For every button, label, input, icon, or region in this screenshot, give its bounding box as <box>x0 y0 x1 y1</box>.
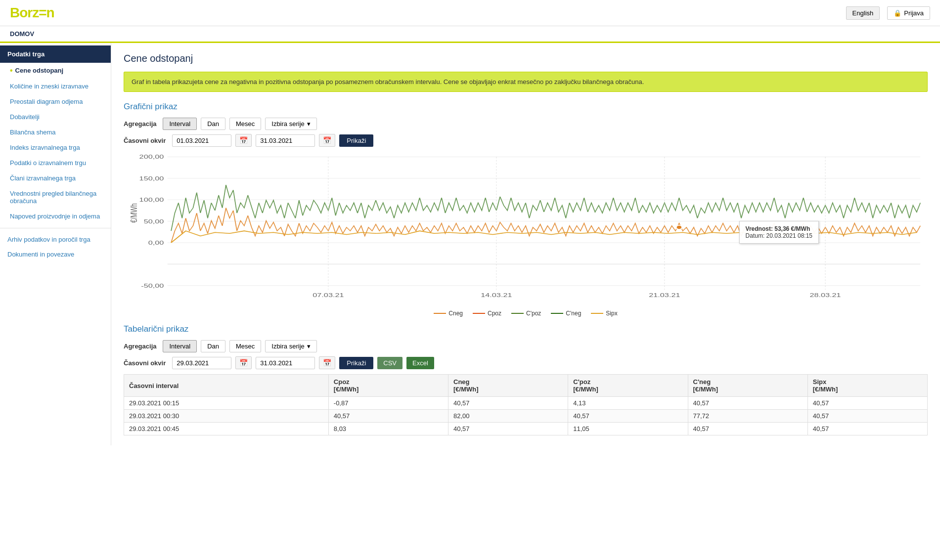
sidebar-item-cene-odstopanj[interactable]: • Cene odstopanj <box>0 63 111 79</box>
page-title: Cene odstopanj <box>124 53 928 64</box>
svg-text:21.03.21: 21.03.21 <box>649 292 680 299</box>
chart-calendar-to[interactable]: 📅 <box>319 134 335 147</box>
chart-date-from[interactable] <box>172 134 231 147</box>
legend-cpoz2: C'poz <box>511 310 541 317</box>
legend-cneg-label: Cneg <box>448 310 463 317</box>
login-button[interactable]: 🔒 Prijava <box>887 6 930 20</box>
logo-text: Borz <box>10 5 39 20</box>
col-sipx: Sipx[€/MWh] <box>807 375 927 397</box>
table-calendar-to[interactable]: 📅 <box>319 356 335 369</box>
cell-sipx: 40,57 <box>807 410 927 423</box>
info-box: Graf in tabela prikazujeta cene za negat… <box>124 72 928 92</box>
table-tab-dan[interactable]: Dan <box>201 340 225 352</box>
sidebar-item-label: Vrednostni pregled bilančnega obračuna <box>10 190 103 205</box>
sidebar-section-label: Arhiv podatkov in poročil trga <box>7 236 90 243</box>
svg-point-22 <box>676 225 682 229</box>
table-prikazibtn[interactable]: Prikaži <box>339 357 373 369</box>
col-cpoz2: C'poz[€/MWh] <box>568 375 688 397</box>
aggregation-label: Agregacija <box>124 120 156 128</box>
svg-text:-50,00: -50,00 <box>141 282 164 289</box>
legend-sipx-line <box>591 313 603 314</box>
legend-cneg2: C'neg <box>551 310 581 317</box>
legend-sipx: Sipx <box>591 310 617 317</box>
legend-cpoz-label: Cpoz <box>488 310 501 317</box>
table-csv-btn[interactable]: CSV <box>377 357 403 369</box>
col-cneg: Cneg[€/MWh] <box>448 375 568 397</box>
cell-interval: 29.03.2021 00:45 <box>124 423 329 435</box>
sidebar-section-dokumenti[interactable]: Dokumenti in povezave <box>0 246 111 260</box>
svg-text:28.03.21: 28.03.21 <box>809 292 841 299</box>
chart-prikazibtn[interactable]: Prikaži <box>339 134 373 147</box>
chart-controls: Agregacija Interval Dan Mesec Izbira ser… <box>124 118 928 130</box>
cell-cpoz: 40,57 <box>328 410 448 423</box>
legend-cpoz: Cpoz <box>473 310 501 317</box>
nav-home[interactable]: DOMOV <box>10 30 34 38</box>
table-header-row: Časovni interval Cpoz[€/MWh] Cneg[€/MWh]… <box>124 375 928 397</box>
sidebar-item-label: Člani izravnalnega trga <box>10 174 76 182</box>
sidebar-item-napoved[interactable]: Napoved proizvodnje in odjema <box>0 209 111 224</box>
chart-tab-interval[interactable]: Interval <box>163 118 197 130</box>
cell-cpoz: 8,03 <box>328 423 448 435</box>
table-row: 29.03.2021 00:45 8,03 40,57 11,05 40,57 … <box>124 423 928 435</box>
col-cpoz: Cpoz[€/MWh] <box>328 375 448 397</box>
sidebar-item-clani[interactable]: Člani izravnalnega trga <box>0 171 111 186</box>
sidebar-item-vrednostni[interactable]: Vrednostni pregled bilančnega obračuna <box>0 186 111 209</box>
legend-cneg2-line <box>551 313 563 314</box>
table-excel-btn[interactable]: Excel <box>406 357 434 369</box>
legend-cpoz2-line <box>511 313 524 314</box>
dropdown-label: Izbira serije <box>271 120 304 128</box>
table-row: 29.03.2021 00:30 40,57 82,00 40,57 77,72… <box>124 410 928 423</box>
sidebar-item-label: Podatki o izravnalnem trgu <box>10 159 86 167</box>
table-date-row: Časovni okvir 📅 📅 Prikaži CSV Excel <box>124 356 928 369</box>
sidebar-item-podatki[interactable]: Podatki o izravnalnem trgu <box>0 155 111 171</box>
sidebar-item-label: Bilančna shema <box>10 129 56 136</box>
cell-sipx: 40,57 <box>807 423 927 435</box>
cell-sipx: 40,57 <box>807 397 927 410</box>
data-table: Časovni interval Cpoz[€/MWh] Cneg[€/MWh]… <box>124 374 928 435</box>
sidebar-item-kolicine[interactable]: Količine in zneski izravnave <box>0 79 111 94</box>
table-calendar-from[interactable]: 📅 <box>235 356 252 369</box>
legend-cpoz2-label: C'poz <box>526 310 541 317</box>
sidebar-item-indeks[interactable]: Indeks izravnalnega trga <box>0 140 111 155</box>
cell-cpoz: -0,87 <box>328 397 448 410</box>
table-tab-interval[interactable]: Interval <box>163 340 197 352</box>
header: Borz=n English 🔒 Prijava <box>0 0 940 26</box>
chart-date-to[interactable] <box>256 134 315 147</box>
chart-tab-dan[interactable]: Dan <box>201 118 225 130</box>
svg-text:150,00: 150,00 <box>139 175 164 181</box>
logo-suffix: n <box>46 5 54 20</box>
chevron-down-icon: ▾ <box>307 120 311 128</box>
table-date-from[interactable] <box>172 357 231 369</box>
chart-container: 200,00 150,00 100,00 50,00 0,00 -50,00 €… <box>124 152 928 305</box>
table-row: 29.03.2021 00:15 -0,87 40,57 4,13 40,57 … <box>124 397 928 410</box>
table-tab-mesec[interactable]: Mesec <box>229 340 261 352</box>
sidebar-item-dobavitelji[interactable]: Dobavitelji <box>0 109 111 125</box>
legend-cneg2-label: C'neg <box>566 310 581 317</box>
main-content: Cene odstopanj Graf in tabela prikazujet… <box>111 43 940 445</box>
sidebar-item-bilancna[interactable]: Bilančna shema <box>0 125 111 140</box>
table-series-dropdown[interactable]: Izbira serije ▾ <box>265 340 316 352</box>
sidebar-item-preostali[interactable]: Preostali diagram odjema <box>0 94 111 109</box>
sidebar-section-arhiv[interactable]: Arhiv podatkov in poročil trga <box>0 231 111 246</box>
cell-cneg: 82,00 <box>448 410 568 423</box>
chart-series-dropdown[interactable]: Izbira serije ▾ <box>265 118 316 130</box>
sidebar: Podatki trga • Cene odstopanj Količine i… <box>0 43 111 445</box>
sidebar-item-label: Cene odstopanj <box>15 67 64 74</box>
legend-cpoz-line <box>473 313 485 314</box>
sidebar-item-label: Preostali diagram odjema <box>10 98 83 105</box>
chart-calendar-from[interactable]: 📅 <box>235 134 252 147</box>
table-date-to[interactable] <box>256 357 315 369</box>
sidebar-item-label: Indeks izravnalnega trga <box>10 144 80 151</box>
svg-text:07.03.21: 07.03.21 <box>313 292 344 299</box>
svg-text:100,00: 100,00 <box>139 197 164 203</box>
language-button[interactable]: English <box>846 6 880 20</box>
col-casovni: Časovni interval <box>124 375 329 397</box>
nav-bar: DOMOV <box>0 26 940 43</box>
chart-legend: Cneg Cpoz C'poz C'neg Sipx <box>124 310 928 317</box>
table-time-frame-label: Časovni okvir <box>124 359 166 367</box>
table-section-title: Tabelarični prikaz <box>124 324 928 334</box>
chart-tab-mesec[interactable]: Mesec <box>229 118 261 130</box>
chart-date-row: Časovni okvir 📅 📅 Prikaži <box>124 134 928 147</box>
svg-text:€/MWh: €/MWh <box>129 203 138 222</box>
cell-interval: 29.03.2021 00:15 <box>124 397 329 410</box>
